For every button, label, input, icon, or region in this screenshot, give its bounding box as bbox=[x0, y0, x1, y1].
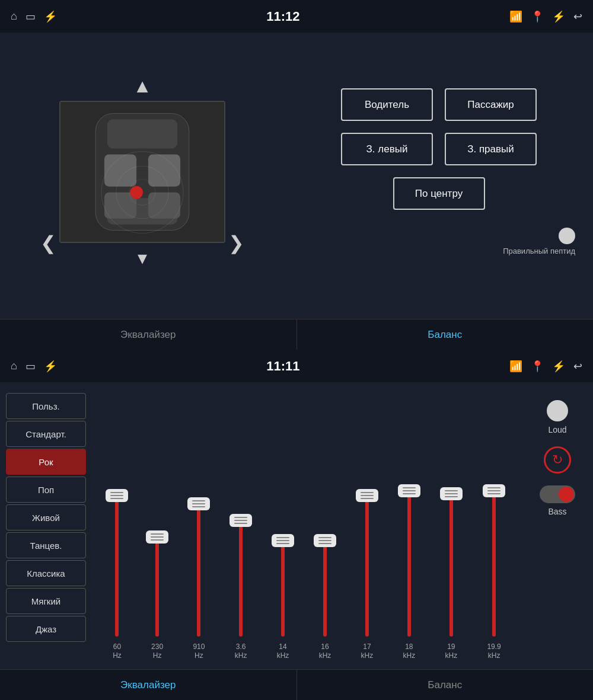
slider-col-19.9kHz: 19.9kHz bbox=[487, 459, 500, 661]
slider-track[interactable] bbox=[407, 491, 411, 637]
slider-track[interactable] bbox=[449, 494, 453, 637]
rear-right-button[interactable]: З. правый bbox=[445, 133, 537, 165]
top-panel: ⌂ ▭ ⚡ 11:12 📶 📍 ⚡ ↩ ▲ ❮ bbox=[0, 0, 593, 350]
eq-sliders: 60Hz230Hz910Hz3.6kHz14kHz16kHz17kHz18kHz… bbox=[92, 388, 522, 667]
slider-handle[interactable] bbox=[187, 497, 210, 510]
slider-label: 18kHz bbox=[403, 643, 416, 661]
preset-item-стандарт.[interactable]: Стандарт. bbox=[6, 421, 86, 447]
location-icon-2[interactable]: 📍 bbox=[531, 360, 544, 373]
preset-item-мягкий[interactable]: Мягкий bbox=[6, 588, 86, 614]
usb-icon[interactable]: ⚡ bbox=[44, 10, 57, 23]
slider-track[interactable] bbox=[323, 541, 327, 637]
back-icon[interactable]: ↩ bbox=[573, 10, 582, 23]
nav-left-button[interactable]: ❮ bbox=[40, 232, 56, 254]
slider-handle[interactable] bbox=[356, 489, 378, 502]
nav-up-button[interactable]: ▲ bbox=[133, 72, 152, 101]
bottom-status-bar: ⌂ ▭ ⚡ 11:11 📶 📍 ⚡ ↩ bbox=[0, 350, 593, 382]
bass-switch-dot bbox=[559, 487, 574, 502]
slider-track[interactable] bbox=[197, 504, 200, 637]
preset-item-польз.[interactable]: Польз. bbox=[6, 393, 86, 419]
rear-left-button[interactable]: З. левый bbox=[341, 133, 433, 165]
slider-track[interactable] bbox=[115, 496, 119, 637]
slider-label: 3.6kHz bbox=[235, 643, 247, 661]
home-icon-2[interactable]: ⌂ bbox=[11, 360, 17, 372]
slider-handle[interactable] bbox=[106, 489, 128, 502]
top-tab-bar: Эквалайзер Баланс bbox=[0, 319, 593, 350]
car-image bbox=[59, 101, 225, 243]
cast-icon-2[interactable]: 📶 bbox=[509, 360, 522, 373]
top-clock: 11:12 bbox=[266, 9, 299, 24]
toggle-area: Правильный пептид bbox=[296, 228, 581, 255]
eq-right-controls: Loud ↻ Bass bbox=[522, 388, 593, 667]
preset-item-танцев.[interactable]: Танцев. bbox=[6, 532, 86, 558]
slider-label: 19.9kHz bbox=[487, 643, 500, 661]
slider-handle[interactable] bbox=[229, 514, 252, 527]
location-icon[interactable]: 📍 bbox=[531, 10, 544, 23]
slider-track[interactable] bbox=[492, 491, 496, 637]
svg-rect-3 bbox=[104, 154, 136, 186]
usb-icon-2[interactable]: ⚡ bbox=[44, 360, 57, 373]
slider-label: 14kHz bbox=[277, 643, 289, 661]
slider-handle[interactable] bbox=[272, 534, 294, 547]
bottom-tab-bar: Эквалайзер Баланс bbox=[0, 669, 593, 700]
preset-item-рок[interactable]: Рок bbox=[6, 449, 86, 475]
slider-handle[interactable] bbox=[440, 487, 463, 500]
nav-right-button[interactable]: ❯ bbox=[228, 232, 244, 254]
balance-content: ▲ ❮ bbox=[0, 33, 593, 311]
slider-track[interactable] bbox=[281, 541, 285, 637]
car-area: ▲ ❮ bbox=[0, 33, 285, 311]
bottom-clock: 11:11 bbox=[266, 359, 299, 374]
preset-item-классика[interactable]: Классика bbox=[6, 560, 86, 586]
tab-equalizer-bottom[interactable]: Эквалайзер bbox=[0, 670, 297, 700]
tab-equalizer-top[interactable]: Эквалайзер bbox=[0, 319, 297, 350]
preset-item-живой[interactable]: Живой bbox=[6, 504, 86, 530]
slider-col-17kHz: 17kHz bbox=[361, 459, 374, 661]
bass-switch[interactable] bbox=[540, 485, 575, 503]
passenger-button[interactable]: Пассажир bbox=[445, 88, 537, 121]
bass-control: Bass bbox=[540, 485, 575, 516]
slider-handle[interactable] bbox=[483, 484, 505, 497]
top-status-bar: ⌂ ▭ ⚡ 11:12 📶 📍 ⚡ ↩ bbox=[0, 0, 593, 33]
svg-point-10 bbox=[130, 186, 143, 199]
loud-label: Loud bbox=[548, 425, 566, 434]
tab-balance-top[interactable]: Баланс bbox=[297, 319, 594, 350]
slider-col-910Hz: 910Hz bbox=[193, 459, 205, 661]
preset-item-джаз[interactable]: Джаз bbox=[6, 616, 86, 642]
eq-content: Польз.Стандарт.РокПопЖивойТанцев.Классик… bbox=[0, 382, 593, 667]
tab-balance-bottom[interactable]: Баланс bbox=[297, 670, 594, 700]
svg-rect-6 bbox=[148, 192, 180, 218]
bottom-status-left: ⌂ ▭ ⚡ bbox=[11, 360, 57, 373]
home-icon[interactable]: ⌂ bbox=[11, 10, 17, 23]
bottom-panel: ⌂ ▭ ⚡ 11:11 📶 📍 ⚡ ↩ Польз.Стандарт.РокПо… bbox=[0, 350, 593, 700]
nav-down-button[interactable]: ▾ bbox=[138, 243, 147, 273]
front-seat-row: Водитель Пассажир bbox=[341, 88, 537, 121]
center-button[interactable]: По центру bbox=[393, 177, 485, 210]
slider-track[interactable] bbox=[155, 537, 159, 637]
reset-button[interactable]: ↻ bbox=[544, 446, 571, 474]
slider-handle[interactable] bbox=[398, 484, 420, 497]
slider-col-18kHz: 18kHz bbox=[403, 459, 416, 661]
seat-buttons-area: Водитель Пассажир З. левый З. правый По … bbox=[285, 33, 593, 311]
screen-icon-2[interactable]: ▭ bbox=[25, 360, 36, 373]
driver-button[interactable]: Водитель bbox=[341, 88, 433, 121]
back-icon-2[interactable]: ↩ bbox=[573, 360, 582, 373]
svg-rect-4 bbox=[148, 154, 180, 186]
bottom-status-right: 📶 📍 ⚡ ↩ bbox=[509, 360, 582, 373]
bluetooth-icon-2[interactable]: ⚡ bbox=[552, 360, 565, 373]
preset-item-поп[interactable]: Поп bbox=[6, 477, 86, 503]
cast-icon[interactable]: 📶 bbox=[509, 10, 522, 23]
slider-handle[interactable] bbox=[314, 534, 336, 547]
loud-button[interactable] bbox=[547, 400, 568, 421]
slider-label: 17kHz bbox=[361, 643, 374, 661]
slider-label: 16kHz bbox=[319, 643, 331, 661]
bass-label: Bass bbox=[548, 507, 566, 516]
slider-track[interactable] bbox=[365, 496, 369, 637]
slider-label: 910Hz bbox=[193, 643, 205, 661]
slider-handle[interactable] bbox=[146, 530, 168, 544]
slider-col-16kHz: 16kHz bbox=[319, 459, 331, 661]
status-bar-left: ⌂ ▭ ⚡ bbox=[11, 10, 57, 23]
bluetooth-icon[interactable]: ⚡ bbox=[552, 10, 565, 23]
screen-icon[interactable]: ▭ bbox=[25, 10, 36, 23]
toggle-circle[interactable] bbox=[559, 228, 575, 244]
slider-track[interactable] bbox=[239, 520, 243, 637]
